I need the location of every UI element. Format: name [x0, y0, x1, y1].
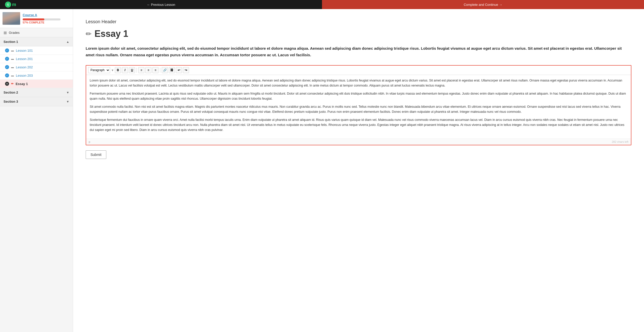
- editor-toolbar: Paragraph ▾ B I U ≡ ≡ ≡ 🔗 ⛓ ↩ ↪: [86, 66, 631, 75]
- section-2-header[interactable]: Section 2 ▼: [0, 88, 73, 97]
- paragraph-select[interactable]: Paragraph: [88, 67, 110, 73]
- logo-circle-icon: G: [5, 2, 11, 8]
- essay-title: Essay 1: [94, 29, 128, 39]
- lesson-201-item[interactable]: ✓ ▬ Lesson 201: [0, 55, 73, 63]
- lesson-101-label: Lesson 101: [16, 49, 33, 52]
- bold-button[interactable]: B: [115, 67, 121, 73]
- section-1-header[interactable]: Section 1 ▲: [0, 37, 73, 46]
- main-layout: Course A 57% COMPLETE ▦ Grades Section 1: [0, 9, 644, 332]
- thumbnail-image: [3, 12, 20, 25]
- lesson-202-file-icon: ▬: [11, 66, 14, 69]
- link-button[interactable]: 🔗: [162, 67, 168, 73]
- lesson-201-label: Lesson 201: [16, 57, 33, 61]
- section-2-arrow-icon: ▼: [66, 91, 69, 94]
- logo-m-letter: m: [12, 2, 16, 7]
- progress-complete-text: COMPLETE: [29, 21, 44, 24]
- essay-editor-box: Paragraph ▾ B I U ≡ ≡ ≡ 🔗 ⛓ ↩ ↪ Lorem ip…: [86, 65, 631, 145]
- essay-pencil-icon: ✏: [86, 30, 91, 38]
- align-left-button[interactable]: ≡: [138, 67, 144, 73]
- top-navigation: G m ← Previous Lesson Complete and Conti…: [0, 0, 644, 9]
- prev-lesson-button[interactable]: ← Previous Lesson: [147, 3, 175, 7]
- editor-char-count: 282 chars left: [612, 140, 628, 143]
- editor-footer: p 282 chars left: [86, 139, 631, 145]
- essay-1-item[interactable]: ● ✏ Essay 1: [0, 80, 73, 88]
- complete-continue-section[interactable]: Complete and Continue →: [322, 0, 644, 9]
- lesson-101-item[interactable]: ✓ ▬ Lesson 101: [0, 46, 73, 55]
- align-center-button[interactable]: ≡: [145, 67, 151, 73]
- toolbar-separator-1: [137, 68, 137, 73]
- lesson-201-file-icon: ▬: [11, 57, 14, 60]
- lesson-101-file-icon: ▬: [11, 49, 14, 52]
- grades-row[interactable]: ▦ Grades: [0, 28, 73, 37]
- editor-status-p: p: [89, 140, 90, 143]
- content-area: Lesson Header ✏ Essay 1 Lorem ipsum dolo…: [73, 9, 644, 332]
- lesson-203-file-icon: ▬: [11, 74, 14, 77]
- course-info: Course A 57% COMPLETE: [23, 13, 70, 24]
- essay-intro-text: Lorem ipsum dolor sit amet, consectetur …: [86, 45, 631, 58]
- redo-button[interactable]: ↪: [183, 67, 189, 73]
- course-title[interactable]: Course A: [23, 13, 70, 17]
- grades-label: Grades: [9, 31, 20, 35]
- lesson-header-label: Lesson Header: [86, 19, 631, 24]
- editor-paragraph-3: Sit amet commodo nulla facilisi. Non nis…: [90, 104, 627, 114]
- unlink-button[interactable]: ⛓: [169, 67, 175, 73]
- lesson-203-label: Lesson 203: [16, 74, 33, 77]
- lesson-203-check-icon: ✓: [5, 73, 9, 77]
- progress-label: 57% COMPLETE: [23, 21, 70, 24]
- course-header: Course A 57% COMPLETE: [0, 9, 73, 28]
- section-3-arrow-icon: ▼: [66, 100, 69, 103]
- essay-1-pencil-icon: ✏: [11, 82, 14, 86]
- course-thumbnail: [3, 12, 20, 25]
- essay-1-label: Essay 1: [16, 82, 28, 86]
- grades-icon: ▦: [4, 31, 7, 35]
- prev-lesson-section[interactable]: G m ← Previous Lesson: [0, 0, 322, 9]
- editor-paragraph-1: Lorem ipsum dolor sit amet, consectetur …: [90, 78, 627, 88]
- underline-button[interactable]: U: [129, 67, 135, 73]
- align-right-button[interactable]: ≡: [152, 67, 158, 73]
- section-3-header[interactable]: Section 3 ▼: [0, 97, 73, 106]
- complete-continue-button[interactable]: Complete and Continue →: [464, 3, 502, 7]
- progress-bar-container: 57% COMPLETE: [23, 18, 70, 24]
- undo-button[interactable]: ↩: [176, 67, 182, 73]
- lesson-202-label: Lesson 202: [16, 65, 33, 69]
- progress-bar-fill: [23, 18, 44, 20]
- section-1-title: Section 1: [4, 40, 18, 44]
- toolbar-divider-1: ▾: [112, 68, 113, 72]
- lesson-201-check-icon: ✓: [5, 57, 9, 61]
- progress-bar-background: [23, 18, 60, 20]
- lesson-202-check-icon: ✓: [5, 65, 9, 69]
- lesson-203-item[interactable]: ✓ ▬ Lesson 203: [0, 71, 73, 80]
- logo-area: G m: [3, 2, 19, 8]
- lesson-202-item[interactable]: ✓ ▬ Lesson 202: [0, 63, 73, 71]
- editor-paragraph-2: Fermentum posuere urna nec tincidunt pra…: [90, 91, 627, 101]
- section-2-title: Section 2: [4, 91, 18, 94]
- section-3-title: Section 3: [4, 100, 18, 103]
- essay-1-status-icon: ●: [5, 82, 9, 86]
- essay-title-row: ✏ Essay 1: [86, 29, 631, 39]
- toolbar-separator-2: [160, 68, 160, 73]
- section-1-arrow-icon: ▲: [66, 40, 69, 44]
- progress-percent: 57%: [23, 21, 28, 24]
- editor-paragraph-4: Scelerisque fermentum dui faucibus in or…: [90, 117, 627, 132]
- submit-button[interactable]: Submit: [86, 150, 106, 159]
- sidebar: Course A 57% COMPLETE ▦ Grades Section 1: [0, 9, 73, 332]
- lesson-101-check-icon: ✓: [5, 48, 9, 52]
- editor-content-area[interactable]: Lorem ipsum dolor sit amet, consectetur …: [86, 75, 631, 139]
- italic-button[interactable]: I: [122, 67, 128, 73]
